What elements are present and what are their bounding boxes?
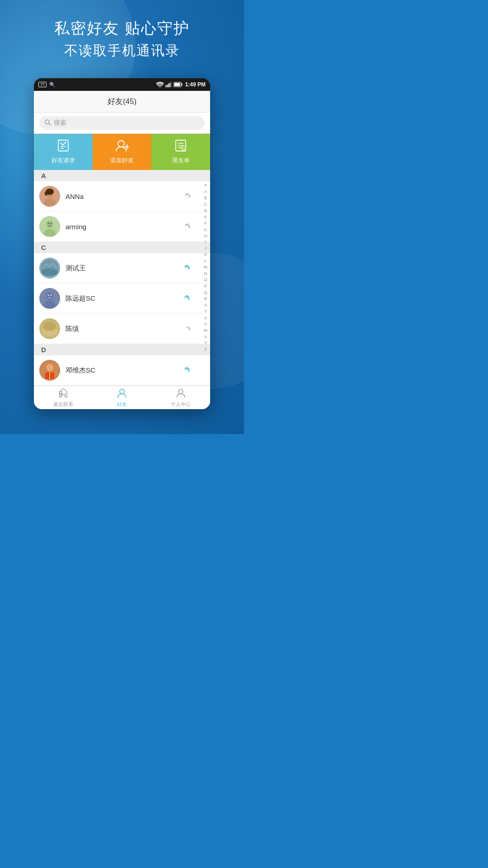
svg-rect-4 — [171, 82, 172, 87]
svg-point-36 — [42, 269, 58, 276]
contact-item-chen-zhen[interactable]: 陈缜 — [34, 314, 210, 344]
title-bar: 好友(45) — [34, 91, 210, 113]
signal-deng — [184, 365, 194, 376]
contact-name-chen-zhen: 陈缜 — [66, 325, 185, 333]
contact-item-ceshi[interactable]: 测试王 — [34, 253, 210, 283]
section-a: A — [34, 170, 210, 181]
svg-point-26 — [45, 191, 47, 196]
friend-request-icon — [56, 139, 70, 154]
contact-name-chen-yuan: 陈远超SC — [66, 294, 184, 303]
search-status-icon: 🔍 — [49, 82, 56, 88]
avatar-arming — [39, 216, 60, 237]
contact-list-container: A ANNa — [34, 170, 210, 386]
svg-point-42 — [51, 295, 52, 296]
contact-list-c: 测试王 — [34, 253, 210, 344]
contact-name-deng: 邓维杰SC — [66, 366, 184, 375]
contact-item-arming[interactable]: arming — [34, 212, 210, 242]
svg-point-37 — [188, 268, 190, 269]
signal-ceshi — [184, 263, 194, 274]
search-placeholder-text: 搜索 — [54, 119, 66, 127]
signal-chen-yuan — [184, 293, 194, 304]
nav-profile-label: 个人中心 — [171, 401, 191, 408]
wifi-icon — [156, 82, 164, 87]
tab-blacklist[interactable]: 黑名单 — [151, 134, 210, 170]
svg-point-54 — [120, 389, 124, 394]
status-bar: 77 🔍 1:49 PM — [34, 78, 210, 91]
battery-icon — [174, 82, 183, 87]
search-bar[interactable]: 搜索 — [34, 113, 210, 134]
svg-point-13 — [118, 141, 124, 147]
contact-list-d: 邓维杰SC — [34, 355, 210, 386]
svg-rect-6 — [181, 84, 182, 86]
tab-add-friend[interactable]: 添加好友 — [93, 134, 151, 170]
svg-rect-2 — [168, 84, 169, 87]
svg-point-55 — [178, 389, 183, 394]
svg-point-31 — [48, 223, 49, 224]
signal-anna — [185, 191, 194, 202]
contact-list-a: ANNa — [34, 181, 210, 242]
bottom-nav: 最近联系 好友 个人 — [34, 386, 210, 409]
avatar-anna — [39, 186, 60, 207]
svg-rect-0 — [165, 85, 166, 87]
svg-point-39 — [46, 292, 53, 300]
svg-rect-3 — [169, 83, 170, 87]
tab-friend-request[interactable]: 好友请求 — [34, 134, 93, 170]
svg-point-43 — [188, 298, 190, 300]
svg-point-29 — [46, 221, 53, 228]
hero-section: 私密好友 贴心守护 不读取手机通讯录 — [0, 0, 244, 69]
contact-name-anna: ANNa — [66, 193, 185, 200]
contact-item-deng[interactable]: 邓维杰SC — [34, 355, 210, 386]
svg-point-41 — [48, 295, 49, 296]
search-icon — [45, 119, 51, 127]
svg-point-47 — [188, 328, 190, 330]
notification-count: 77 — [38, 82, 47, 87]
search-input-wrap[interactable]: 搜索 — [39, 116, 205, 130]
tab-friend-request-label: 好友请求 — [52, 156, 75, 165]
nav-friends-label: 好友 — [117, 401, 127, 408]
profile-icon — [175, 388, 186, 400]
svg-point-46 — [43, 322, 56, 331]
signal-arming — [185, 222, 194, 232]
svg-point-52 — [188, 370, 190, 372]
recent-icon — [58, 388, 69, 400]
avatar-chen-yuan — [39, 288, 60, 309]
status-time: 1:49 PM — [185, 81, 206, 88]
signal-chen-zhen — [185, 324, 194, 334]
tab-blacklist-label: 黑名单 — [172, 156, 190, 165]
nav-profile[interactable]: 个人中心 — [151, 386, 210, 409]
svg-point-53 — [60, 391, 62, 393]
blacklist-icon — [174, 139, 188, 154]
avatar-ceshi — [39, 258, 60, 278]
hero-line2: 不读取手机通讯录 — [9, 42, 235, 60]
section-d: D — [34, 344, 210, 355]
page-title: 好友(45) — [108, 97, 136, 106]
nav-recent[interactable]: 最近联系 — [34, 386, 93, 409]
hero-line1: 私密好友 贴心守护 — [9, 18, 235, 39]
svg-rect-7 — [174, 83, 180, 86]
contact-name-ceshi: 测试王 — [66, 264, 184, 273]
svg-point-27 — [188, 196, 190, 198]
svg-point-32 — [51, 223, 52, 224]
action-tabs: 好友请求 添加好友 — [34, 134, 210, 170]
svg-line-9 — [49, 123, 51, 125]
contact-item-anna[interactable]: ANNa — [34, 181, 210, 212]
tab-add-friend-label: 添加好友 — [110, 156, 134, 165]
nav-recent-label: 最近联系 — [53, 401, 73, 408]
svg-point-33 — [188, 226, 190, 228]
nav-friends[interactable]: 好友 — [93, 386, 151, 409]
friends-icon — [117, 388, 127, 400]
svg-point-49 — [46, 364, 53, 371]
avatar-chen-zhen — [39, 318, 60, 339]
svg-rect-1 — [167, 85, 168, 87]
contact-item-chen-yuan[interactable]: 陈远超SC — [34, 283, 210, 314]
alphabet-index[interactable]: # A B C D E F G H I J K L M N O P Q R S — [201, 183, 210, 353]
signal-icon — [165, 82, 172, 87]
contact-name-arming: arming — [66, 223, 185, 231]
svg-rect-10 — [58, 140, 68, 151]
add-friend-icon — [115, 139, 129, 154]
app-content: 好友(45) 搜索 — [34, 91, 210, 409]
avatar-deng — [39, 360, 60, 381]
phone-frame: 77 🔍 1:49 PM — [34, 78, 210, 409]
section-c: C — [34, 242, 210, 253]
